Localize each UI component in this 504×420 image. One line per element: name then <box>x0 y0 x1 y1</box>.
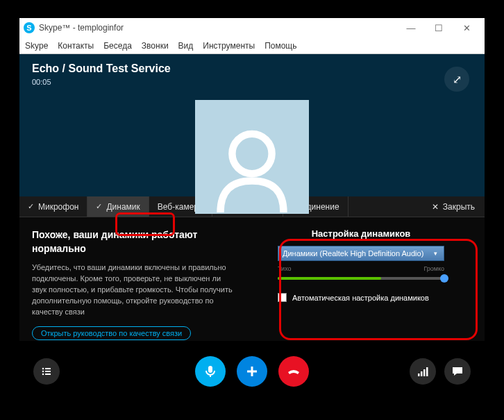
window-title: Skype™ - temploginfor <box>39 23 124 33</box>
call-controls <box>19 341 485 402</box>
call-quality-button[interactable] <box>410 358 436 385</box>
window-titlebar: S Skype™ - temploginfor — ☐ ✕ <box>19 18 485 37</box>
svg-rect-8 <box>210 375 211 377</box>
svg-point-1 <box>42 368 44 370</box>
menu-tools[interactable]: Инструменты <box>203 41 255 51</box>
mute-mic-button[interactable] <box>195 356 226 387</box>
speaker-settings-title: Настройка динамиков <box>254 228 468 239</box>
maximize-button[interactable]: ☐ <box>425 20 453 35</box>
svg-point-3 <box>42 371 44 373</box>
expand-button[interactable]: ⤢ <box>444 67 469 92</box>
hangup-icon <box>286 364 301 379</box>
panel-heading: Похоже, ваши динамики работают нормально <box>32 228 236 255</box>
volume-label-quiet: Тихо <box>278 265 292 272</box>
menu-view[interactable]: Вид <box>178 41 194 51</box>
svg-rect-2 <box>45 368 51 369</box>
chat-bubble-icon <box>451 365 464 378</box>
volume-label-loud: Громко <box>423 265 444 272</box>
menu-conversation[interactable]: Беседа <box>103 41 132 51</box>
tab-label: Динамик <box>106 202 140 212</box>
tab-microphone[interactable]: ✓ Микрофон <box>19 196 87 217</box>
slider-knob[interactable] <box>440 274 448 283</box>
svg-rect-14 <box>426 367 428 376</box>
chat-button[interactable] <box>444 358 471 385</box>
call-area: Echo / Sound Test Service 00:05 ⤢ <box>19 54 485 196</box>
call-title: Echo / Sound Test Service <box>32 62 472 75</box>
list-icon <box>41 366 52 377</box>
svg-rect-13 <box>423 369 426 376</box>
tab-label: Микрофон <box>38 202 78 212</box>
skype-logo-icon: S <box>24 22 35 33</box>
check-icon: ✓ <box>28 202 34 211</box>
plus-icon <box>245 364 259 378</box>
speaker-device-select[interactable]: Динамики (Realtek High Definition Audio)… <box>278 246 444 261</box>
options-button[interactable] <box>33 358 60 385</box>
chevron-down-icon: ▾ <box>430 248 441 259</box>
menu-bar: Skype Контакты Беседа Звонки Вид Инструм… <box>19 37 485 54</box>
svg-rect-6 <box>45 373 51 375</box>
tab-speaker[interactable]: ✓ Динамик <box>87 196 149 217</box>
svg-rect-7 <box>208 366 212 373</box>
avatar-placeholder-icon <box>207 122 297 212</box>
svg-rect-10 <box>247 371 257 373</box>
svg-rect-11 <box>418 373 420 376</box>
contact-avatar <box>195 100 309 214</box>
menu-help[interactable]: Помощь <box>264 41 296 51</box>
signal-bars-icon <box>417 366 428 377</box>
end-call-button[interactable] <box>278 356 309 387</box>
speaker-device-value: Динамики (Realtek High Definition Audio) <box>283 249 423 258</box>
tab-close[interactable]: ✕ Закрыть <box>422 196 485 217</box>
menu-calls[interactable]: Звонки <box>142 41 169 51</box>
auto-adjust-label: Автоматическая настройка динамиков <box>292 294 429 302</box>
menu-skype[interactable]: Skype <box>25 41 48 51</box>
help-guide-button[interactable]: Открыть руководство по качеству связи <box>32 326 191 340</box>
svg-point-0 <box>232 134 271 174</box>
microphone-icon <box>203 364 217 378</box>
call-timer: 00:05 <box>32 78 472 86</box>
volume-slider[interactable] <box>278 274 444 283</box>
slider-level-indicator <box>278 277 381 280</box>
panel-body: Убедитесь, что ваши динамики включены и … <box>32 262 236 318</box>
svg-point-5 <box>42 373 44 376</box>
close-icon: ✕ <box>432 202 439 212</box>
auto-adjust-checkbox[interactable] <box>278 293 287 302</box>
close-window-button[interactable]: ✕ <box>453 20 480 35</box>
settings-panel: Похоже, ваши динамики работают нормально… <box>19 217 485 341</box>
tab-close-label: Закрыть <box>443 202 475 212</box>
menu-contacts[interactable]: Контакты <box>58 41 94 51</box>
svg-rect-4 <box>45 371 51 372</box>
svg-rect-12 <box>421 371 423 376</box>
add-participant-button[interactable] <box>237 356 267 387</box>
minimize-button[interactable]: — <box>397 20 425 35</box>
expand-icon: ⤢ <box>453 73 462 86</box>
check-icon: ✓ <box>96 202 102 211</box>
